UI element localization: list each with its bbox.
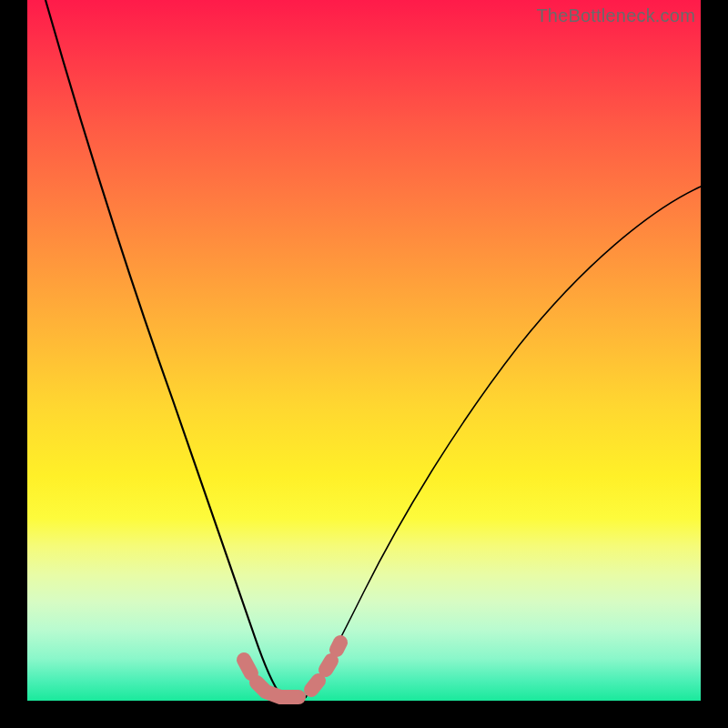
right-branch-curve xyxy=(306,187,701,697)
left-branch-curve xyxy=(46,0,284,699)
valley-marker-seg-r3 xyxy=(337,642,340,650)
valley-marker-seg-r1 xyxy=(311,681,318,690)
valley-marker-main xyxy=(257,682,298,697)
valley-marker-seg-left xyxy=(244,660,251,673)
chart-area xyxy=(27,0,701,701)
watermark-text: TheBottleneck.com xyxy=(536,5,695,26)
valley-marker-seg-r2 xyxy=(326,661,331,670)
plot-svg xyxy=(27,0,701,701)
